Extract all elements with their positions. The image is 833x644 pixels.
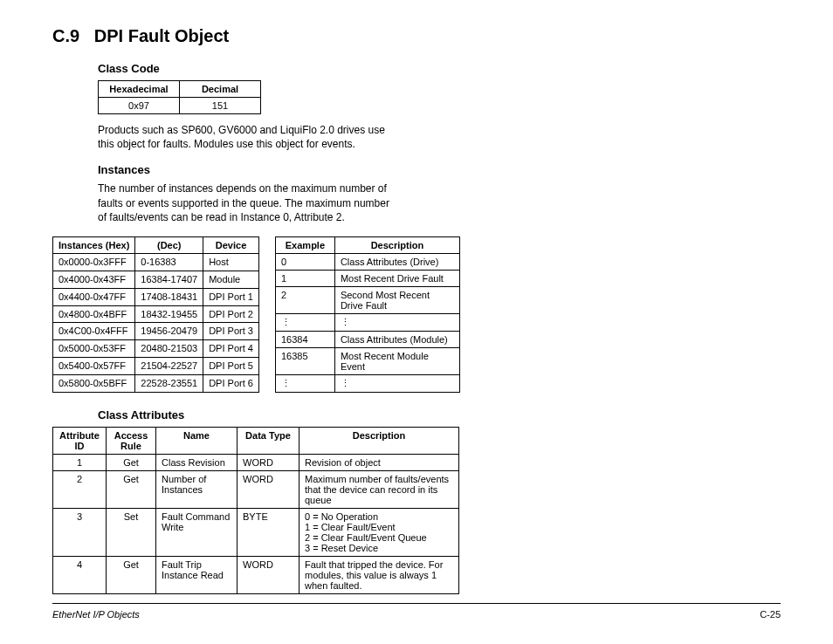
- table-row: 0x0000-0x3FFF0-16383Host: [53, 253, 259, 271]
- table-cell: ⋮: [334, 313, 459, 331]
- cc-header-dec: Decimal: [180, 81, 261, 98]
- table-cell: 0x0000-0x3FFF: [53, 253, 135, 271]
- ex-h-example: Example: [275, 236, 334, 253]
- cc-dec-value: 151: [180, 98, 261, 114]
- attr-name: Fault Trip Instance Read: [156, 556, 238, 593]
- table-cell: ⋮: [275, 313, 334, 331]
- attr-desc: 0 = No Operation 1 = Clear Fault/Event 2…: [299, 508, 459, 556]
- table-cell: DPI Port 3: [203, 323, 259, 340]
- ca-h-id: Attribute ID: [53, 427, 107, 454]
- ca-h-name: Name: [156, 427, 238, 454]
- table-cell: 1: [275, 270, 334, 286]
- attr-desc: Revision of object: [299, 454, 459, 470]
- table-cell: 22528-23551: [135, 375, 203, 393]
- table-cell: DPI Port 4: [203, 340, 259, 358]
- inst-h-hex: Instances (Hex): [53, 236, 135, 253]
- class-code-heading: Class Code: [98, 62, 781, 75]
- attr-dtype: BYTE: [238, 508, 299, 556]
- instances-table: Instances (Hex) (Dec) Device 0x0000-0x3F…: [52, 236, 259, 393]
- table-cell: 2: [275, 286, 334, 313]
- attr-dtype: WORD: [238, 556, 299, 593]
- table-row: 4GetFault Trip Instance ReadWORDFault th…: [53, 556, 459, 593]
- attr-name: Fault Command Write: [156, 508, 238, 556]
- attr-dtype: WORD: [238, 454, 299, 470]
- table-cell: Class Attributes (Module): [334, 331, 459, 347]
- attr-dtype: WORD: [238, 470, 299, 508]
- table-row: 0x4400-0x47FF17408-18431DPI Port 1: [53, 288, 259, 305]
- table-cell: DPI Port 2: [203, 305, 259, 323]
- section-title: DPI Fault Object: [94, 26, 229, 45]
- table-row: 0x4000-0x43FF16384-17407Module: [53, 271, 259, 288]
- table-row: 3SetFault Command WriteBYTE0 = No Operat…: [53, 508, 459, 556]
- cc-hex-value: 0x97: [99, 98, 180, 114]
- attr-rule: Set: [107, 508, 156, 556]
- table-cell: 16385: [275, 347, 334, 374]
- attr-id: 2: [53, 470, 107, 508]
- table-row: 0x4800-0x4BFF18432-19455DPI Port 2: [53, 305, 259, 323]
- table-row: ⋮⋮: [275, 374, 459, 392]
- table-cell: Host: [203, 253, 259, 271]
- table-cell: 17408-18431: [135, 288, 203, 305]
- class-code-table: Hexadecimal Decimal 0x97 151: [98, 80, 261, 114]
- table-cell: 0x4C00-0x4FFF: [53, 323, 135, 340]
- attr-rule: Get: [107, 556, 156, 593]
- attr-name: Class Revision: [156, 454, 238, 470]
- table-cell: DPI Port 5: [203, 358, 259, 375]
- class-attrs-heading: Class Attributes: [98, 408, 781, 421]
- table-cell: 19456-20479: [135, 323, 203, 340]
- table-cell: Most Recent Drive Fault: [334, 270, 459, 286]
- table-cell: 18432-19455: [135, 305, 203, 323]
- table-row: 16385Most Recent Module Event: [275, 347, 459, 374]
- table-cell: 0x5800-0x5BFF: [53, 375, 135, 393]
- table-cell: DPI Port 6: [203, 375, 259, 393]
- inst-h-dec: (Dec): [135, 236, 203, 253]
- table-cell: Class Attributes (Drive): [334, 253, 459, 270]
- intro-text: Products such as SP600, GV6000 and Liqui…: [98, 123, 395, 151]
- table-row: 1Most Recent Drive Fault: [275, 270, 459, 286]
- table-row: 0Class Attributes (Drive): [275, 253, 459, 270]
- attr-rule: Get: [107, 454, 156, 470]
- table-cell: ⋮: [334, 374, 459, 392]
- section-number: C.9: [52, 26, 79, 45]
- table-cell: ⋮: [275, 374, 334, 392]
- attr-desc: Maximum number of faults/events that the…: [299, 470, 459, 508]
- attr-rule: Get: [107, 470, 156, 508]
- class-attrs-table: Attribute ID Access Rule Name Data Type …: [52, 427, 459, 594]
- instances-text: The number of instances depends on the m…: [98, 182, 395, 224]
- table-cell: 0x4000-0x43FF: [53, 271, 135, 288]
- table-row: 2Second Most Recent Drive Fault: [275, 286, 459, 313]
- instances-body: 0x0000-0x3FFF0-16383Host0x4000-0x43FF163…: [53, 253, 259, 392]
- attr-desc: Fault that tripped the device. For modul…: [299, 556, 459, 593]
- attr-id: 4: [53, 556, 107, 593]
- section-heading: C.9 DPI Fault Object: [52, 26, 781, 46]
- table-cell: 0x4800-0x4BFF: [53, 305, 135, 323]
- table-row: 16384Class Attributes (Module): [275, 331, 459, 347]
- cc-header-hex: Hexadecimal: [99, 81, 180, 98]
- ex-h-desc: Description: [334, 236, 459, 253]
- attr-id: 1: [53, 454, 107, 470]
- ca-h-dtype: Data Type: [238, 427, 299, 454]
- ca-h-rule: Access Rule: [107, 427, 156, 454]
- attr-id: 3: [53, 508, 107, 556]
- table-row: 0x4C00-0x4FFF19456-20479DPI Port 3: [53, 323, 259, 340]
- table-row: 2GetNumber of InstancesWORDMaximum numbe…: [53, 470, 459, 508]
- table-row: 0x5800-0x5BFF22528-23551DPI Port 6: [53, 375, 259, 393]
- table-row: 0x5400-0x57FF21504-22527DPI Port 5: [53, 358, 259, 375]
- table-cell: 0x5000-0x53FF: [53, 340, 135, 358]
- table-cell: Most Recent Module Event: [334, 347, 459, 374]
- table-cell: 0: [275, 253, 334, 270]
- table-cell: Second Most Recent Drive Fault: [334, 286, 459, 313]
- table-cell: 0x4400-0x47FF: [53, 288, 135, 305]
- table-cell: Module: [203, 271, 259, 288]
- ca-h-desc: Description: [299, 427, 459, 454]
- footer-left: EtherNet I/P Objects: [52, 609, 140, 620]
- example-table: Example Description 0Class Attributes (D…: [275, 236, 460, 393]
- table-row: 1GetClass RevisionWORDRevision of object: [53, 454, 459, 470]
- inst-h-dev: Device: [203, 236, 259, 253]
- table-cell: 0-16383: [135, 253, 203, 271]
- table-cell: 21504-22527: [135, 358, 203, 375]
- class-attrs-body: 1GetClass RevisionWORDRevision of object…: [53, 454, 459, 593]
- page-footer: EtherNet I/P Objects C-25: [52, 603, 781, 620]
- table-row: 0x5000-0x53FF20480-21503DPI Port 4: [53, 340, 259, 358]
- footer-right: C-25: [760, 609, 781, 620]
